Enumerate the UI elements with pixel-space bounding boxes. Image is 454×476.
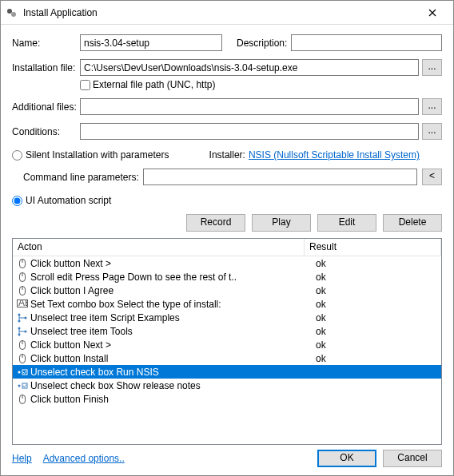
result-text: ok (306, 339, 441, 351)
result-text: ok (306, 299, 441, 310)
mouse-icon (16, 353, 29, 364)
table-row[interactable]: Click button Next >ok (13, 338, 441, 351)
table-row[interactable]: Click button I Agreeok (13, 284, 441, 297)
conditions-input[interactable] (80, 123, 419, 140)
installer-label: Installer: (209, 149, 245, 161)
installation-file-input[interactable] (80, 59, 419, 76)
mouse-icon (16, 339, 29, 351)
action-text: Click button Finish (30, 394, 306, 405)
svg-rect-23 (22, 383, 27, 388)
result-text: ok (306, 285, 441, 296)
table-row[interactable]: Unselect check box Show release notes (13, 379, 441, 392)
dialog-window: Install Application Name: Description: I… (0, 0, 454, 476)
tree-icon (16, 312, 29, 323)
result-text: ok (306, 353, 441, 364)
result-text: ok (306, 312, 441, 323)
action-text: Click button Install (30, 353, 306, 364)
conditions-label: Conditions: (12, 126, 80, 137)
silent-radio[interactable] (12, 150, 22, 161)
table-row[interactable]: Click button Finish (13, 392, 441, 406)
additional-files-label: Additional files: (12, 101, 80, 113)
additional-files-input[interactable] (80, 98, 419, 115)
name-label: Name: (12, 38, 80, 49)
cancel-button[interactable]: Cancel (383, 450, 442, 467)
play-button[interactable]: Play (252, 214, 311, 232)
action-text: Scroll edit Press Page Down to see the r… (30, 272, 306, 283)
check-icon (16, 380, 29, 391)
cmd-params-input[interactable] (143, 169, 417, 185)
grid-body: Click button Next >okScroll edit Press P… (13, 256, 441, 406)
table-row[interactable]: Click button Next >ok (13, 256, 441, 270)
description-label: Description: (237, 38, 291, 49)
content-area: Name: Description: Installation file: ..… (1, 25, 453, 475)
action-text: Unselect check box Run NSIS (30, 367, 306, 378)
action-text: Set Text combo box Select the type of in… (30, 299, 306, 310)
svg-point-22 (18, 384, 21, 387)
action-text: Unselect tree item Script Examples (30, 312, 306, 323)
mouse-icon (16, 258, 29, 269)
result-text: ok (306, 258, 441, 269)
edit-button[interactable]: Edit (317, 214, 376, 232)
name-input[interactable] (80, 34, 222, 51)
close-button[interactable] (416, 2, 448, 23)
conditions-browse-button[interactable]: ... (422, 123, 442, 140)
grid-header: Acton Result (13, 239, 441, 256)
table-row[interactable]: Unselect tree item Script Examplesok (13, 311, 441, 324)
text-icon: AB| (16, 299, 29, 310)
table-row[interactable]: AB|Set Text combo box Select the type of… (13, 297, 441, 311)
action-text: Unselect tree item Tools (30, 326, 306, 337)
mouse-icon (16, 394, 29, 405)
installation-file-browse-button[interactable]: ... (422, 59, 442, 76)
installer-link[interactable]: NSIS (Nullsoft Scriptable Install System… (249, 149, 420, 161)
table-row[interactable]: Unselect tree item Toolsok (13, 324, 441, 338)
result-text: ok (306, 272, 441, 283)
advanced-options-link[interactable]: Advanced options.. (43, 453, 125, 464)
actions-grid[interactable]: Acton Result Click button Next >okScroll… (12, 238, 442, 445)
svg-text:AB|: AB| (18, 299, 28, 308)
ui-automation-radio[interactable] (12, 196, 22, 206)
ok-button[interactable]: OK (317, 450, 376, 467)
mouse-icon (16, 285, 29, 296)
table-row[interactable]: Scroll edit Press Page Down to see the r… (13, 270, 441, 284)
additional-files-browse-button[interactable]: ... (422, 98, 442, 115)
app-icon (6, 6, 18, 19)
titlebar: Install Application (1, 1, 453, 25)
action-text: Click button Next > (30, 339, 306, 351)
description-input[interactable] (291, 34, 442, 51)
cmd-params-menu-button[interactable]: < (422, 169, 442, 185)
action-text: Click button Next > (30, 258, 306, 269)
help-link[interactable]: Help (12, 453, 32, 464)
installation-file-label: Installation file: (12, 62, 80, 73)
result-text: ok (306, 326, 441, 337)
col-result[interactable]: Result (305, 239, 441, 256)
mouse-icon (16, 272, 29, 283)
table-row[interactable]: Click button Installok (13, 351, 441, 365)
action-text: Click button I Agree (30, 285, 306, 296)
delete-button[interactable]: Delete (383, 214, 442, 232)
svg-point-0 (7, 9, 12, 14)
table-row[interactable]: Unselect check box Run NSIS (13, 365, 441, 379)
svg-point-1 (11, 12, 16, 17)
external-path-label: External file path (UNC, http) (93, 79, 215, 90)
check-icon (16, 367, 29, 378)
cmd-params-label: Command line parameters: (23, 172, 143, 183)
svg-point-20 (18, 371, 21, 373)
silent-label: Silent Installation with parameters (26, 149, 169, 161)
svg-rect-21 (22, 370, 27, 375)
ui-automation-label: UI Automation script (26, 195, 111, 206)
window-title: Install Application (23, 7, 416, 18)
record-button[interactable]: Record (186, 214, 245, 232)
tree-icon (16, 326, 29, 337)
action-text: Unselect check box Show release notes (30, 380, 306, 391)
external-path-checkbox[interactable] (80, 80, 90, 90)
col-action[interactable]: Acton (13, 239, 305, 256)
